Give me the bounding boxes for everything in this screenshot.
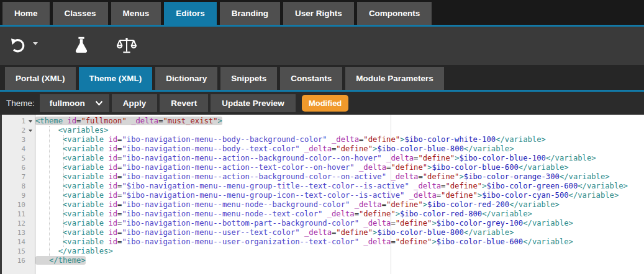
gutter-row: 7 <box>2 172 35 182</box>
top-tab-components[interactable]: Components <box>357 2 432 25</box>
top-navigation: HomeClassesMenusEditorsBrandingUser Righ… <box>0 0 644 25</box>
code-line[interactable]: <variable id="ibo-navigation-menu--body-… <box>35 135 644 144</box>
line-number[interactable]: 15 <box>3 247 25 255</box>
code-line[interactable]: </variables> <box>35 247 644 256</box>
code-line[interactable]: <variable id="ibo-navigation-menu--actio… <box>35 163 644 172</box>
designer-window: HomeClassesMenusEditorsBrandingUser Righ… <box>0 0 644 274</box>
line-number[interactable]: 14 <box>3 238 25 246</box>
gutter-row: 11 <box>2 210 35 219</box>
code-line[interactable]: <variables> <box>35 126 644 135</box>
gutter-row: 15 <box>2 247 35 256</box>
top-tab-editors[interactable]: Editors <box>164 2 217 25</box>
code-line[interactable]: <variable id="ibo-navigation-menu--actio… <box>35 172 644 182</box>
flask-icon <box>73 36 90 56</box>
revert-button[interactable]: Revert <box>160 94 208 112</box>
gutter-row: 8 <box>2 182 35 191</box>
sub-tab-snippets[interactable]: Snippets <box>220 67 277 90</box>
line-number[interactable]: 8 <box>3 182 25 190</box>
sub-tab-constants[interactable]: Constants <box>280 67 342 90</box>
top-tab-menus[interactable]: Menus <box>111 2 161 25</box>
apply-button[interactable]: Apply <box>112 94 158 112</box>
gutter-row: 6 <box>2 163 35 172</box>
fold-toggle-icon[interactable] <box>29 130 32 132</box>
sub-tab-portal-xml[interactable]: Portal (XML) <box>5 67 76 90</box>
code-line[interactable]: <variable id="ibo-navigation-menu--menu-… <box>35 200 644 210</box>
code-line[interactable]: <variable id="ibo-navigation-menu--user-… <box>35 237 644 247</box>
line-number[interactable]: 3 <box>3 136 25 144</box>
theme-select-value: fullmoon <box>50 99 85 108</box>
chevron-down-icon <box>95 100 103 106</box>
line-number[interactable]: 16 <box>3 257 25 265</box>
line-number[interactable]: 5 <box>3 154 25 162</box>
line-number[interactable]: 10 <box>3 201 25 209</box>
gutter-row: 3 <box>2 135 35 144</box>
undo-icon-button[interactable] <box>6 33 40 59</box>
line-number[interactable]: 1 <box>3 117 25 125</box>
line-number[interactable]: 11 <box>3 210 25 218</box>
top-tab-home[interactable]: Home <box>2 2 50 25</box>
fold-toggle-icon[interactable] <box>29 120 32 123</box>
gutter-row: 10 <box>2 200 35 210</box>
undo-icon <box>9 36 27 56</box>
dropdown-caret-icon[interactable] <box>33 42 38 45</box>
gutter-row: 16 <box>2 256 35 265</box>
gutter-row: 4 <box>2 144 35 154</box>
code-line[interactable]: <variable id="ibo-navigation-menu--actio… <box>35 154 644 163</box>
gutter-row: 1 <box>2 117 35 126</box>
code-area[interactable]: <theme id="fullmoon" _delta="must_exist"… <box>35 115 644 274</box>
update-preview-button[interactable]: Update Preview <box>211 94 296 112</box>
line-number[interactable]: 4 <box>3 145 25 153</box>
fold-column <box>25 130 35 132</box>
gutter-row: 13 <box>2 228 35 237</box>
line-number[interactable]: 9 <box>3 192 25 200</box>
line-number[interactable]: 2 <box>3 126 25 135</box>
editor-toolbar <box>0 27 644 65</box>
theme-label: Theme: <box>6 99 35 108</box>
xml-code-editor[interactable]: 12345678910111213141516 <theme id="fullm… <box>0 115 644 274</box>
fold-column <box>25 120 35 123</box>
top-tab-classes[interactable]: Classes <box>53 2 108 25</box>
line-number-gutter: 12345678910111213141516 <box>2 115 35 274</box>
code-line[interactable]: <variable id="ibo-navigation-menu--menu-… <box>35 210 644 219</box>
theme-action-bar: Theme: fullmoon ApplyRevertUpdate Previe… <box>0 92 644 115</box>
code-line[interactable]: <variable id="ibo-navigation-menu--user-… <box>35 228 644 237</box>
code-line[interactable]: </theme> <box>35 256 644 265</box>
code-line[interactable]: <variable id="$ibo-navigation-menu--menu… <box>35 182 644 191</box>
code-line[interactable]: <variable id="ibo-navigation-menu--botto… <box>35 219 644 228</box>
scales-icon-button[interactable] <box>114 33 140 59</box>
gutter-row: 14 <box>2 237 35 247</box>
code-line[interactable]: <variable id="ibo-navigation-menu--body-… <box>35 144 644 154</box>
line-number[interactable]: 6 <box>3 164 25 172</box>
scales-icon <box>116 36 137 56</box>
gutter-row: 12 <box>2 219 35 228</box>
gutter-row: 2 <box>2 126 35 135</box>
theme-select[interactable]: fullmoon <box>40 94 109 112</box>
sub-tab-theme-xml[interactable]: Theme (XML) <box>79 67 153 90</box>
top-tab-user-rights[interactable]: User Rights <box>283 2 354 25</box>
code-line[interactable]: <theme id="fullmoon" _delta="must_exist"… <box>35 117 644 126</box>
gutter-row: 9 <box>2 191 35 200</box>
matching-tag-highlight: </theme> <box>35 256 86 265</box>
line-number[interactable]: 13 <box>3 229 25 237</box>
editor-sub-navigation: Portal (XML)Theme (XML)DictionarySnippet… <box>0 65 644 90</box>
top-tab-branding[interactable]: Branding <box>220 2 280 25</box>
matching-tag-highlight: <theme id="fullmoon" _delta="must_exist"… <box>35 117 222 125</box>
gutter-row: 5 <box>2 154 35 163</box>
status-badge: Modified <box>302 95 348 112</box>
sub-tab-dictionary[interactable]: Dictionary <box>155 67 217 90</box>
code-line[interactable]: <variable id="$ibo-navigation-menu--menu… <box>35 191 644 200</box>
flask-icon-button[interactable] <box>70 33 93 59</box>
line-number[interactable]: 12 <box>3 219 25 228</box>
line-number[interactable]: 7 <box>3 173 25 181</box>
sub-tab-module-parameters[interactable]: Module Parameters <box>345 67 444 90</box>
